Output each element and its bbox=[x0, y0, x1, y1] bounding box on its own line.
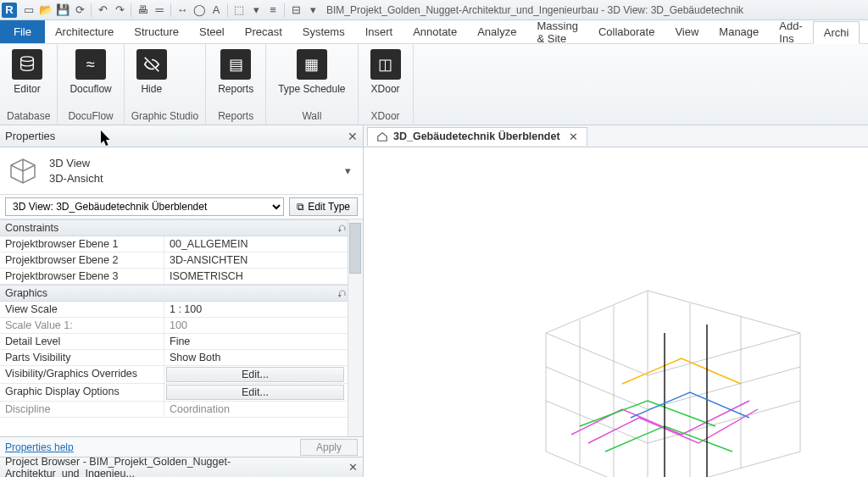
view-tabs: 3D_Gebäudetechnik Überblendet ✕ bbox=[364, 125, 868, 147]
tab-precast[interactable]: Precast bbox=[235, 20, 292, 43]
view-tab-close-icon[interactable]: ✕ bbox=[569, 130, 578, 143]
tab-systems[interactable]: Systems bbox=[292, 20, 355, 43]
property-edit-button[interactable]: Edit... bbox=[166, 385, 344, 400]
tab-view[interactable]: View bbox=[665, 20, 709, 43]
qat-redo-icon[interactable]: ↷ bbox=[111, 2, 128, 19]
project-browser-title: Project Browser - BIM_Projekt_Golden_Nug… bbox=[5, 456, 348, 478]
main-area: Properties ✕ 3D View 3D-Ansicht ▾ 3D Vie… bbox=[0, 125, 868, 477]
property-row: View Scale1 : 100 bbox=[0, 302, 363, 318]
tab-annotate[interactable]: Annotate bbox=[403, 20, 467, 43]
qat-thin-icon[interactable]: ≡ bbox=[264, 2, 281, 19]
property-name: Projektbrowser Ebene 1 bbox=[0, 236, 164, 252]
docuflow-label: Docuflow bbox=[70, 83, 111, 95]
properties-help-link[interactable]: Properties help bbox=[5, 441, 74, 453]
property-edit-button[interactable]: Edit... bbox=[166, 367, 344, 382]
ribbon-tabs: File Architecture Structure Steel Precas… bbox=[0, 20, 868, 44]
qat-sync-icon[interactable]: ⟳ bbox=[71, 2, 88, 19]
property-value[interactable]: Fine bbox=[164, 334, 363, 349]
properties-scrollbar[interactable] bbox=[348, 219, 363, 436]
tab-collaborate[interactable]: Collaborate bbox=[588, 20, 665, 43]
xdoor-button[interactable]: ◫ XDoor bbox=[365, 47, 406, 97]
qat-save-icon[interactable]: 💾 bbox=[54, 2, 71, 19]
qat-switch-icon[interactable]: ▾ bbox=[304, 2, 321, 19]
property-row: Projektbrowser Ebene 23D-ANSICHTEN bbox=[0, 252, 363, 269]
property-row: Parts VisibilityShow Both bbox=[0, 350, 363, 366]
editor-button[interactable]: Editor bbox=[7, 47, 47, 97]
instance-row: 3D View: 3D_Gebäudetechnik Überblendet ⧉… bbox=[0, 195, 363, 219]
tab-insert[interactable]: Insert bbox=[355, 20, 403, 43]
property-name: Projektbrowser Ebene 2 bbox=[0, 252, 164, 268]
type-selector[interactable]: 3D View 3D-Ansicht ▾ bbox=[0, 147, 363, 195]
properties-grid: Constraints⮏ ✕Projektbrowser Ebene 100_A… bbox=[0, 219, 363, 436]
property-name: Scale Value 1: bbox=[0, 318, 164, 333]
property-row: Visibility/Graphics OverridesEdit... bbox=[0, 366, 363, 384]
docuflow-icon: ≈ bbox=[75, 49, 106, 80]
reports-button[interactable]: ▤ Reports bbox=[213, 47, 259, 97]
property-name: Parts Visibility bbox=[0, 350, 164, 365]
qat-text-icon[interactable]: A bbox=[208, 2, 225, 19]
property-value[interactable]: Show Both bbox=[164, 350, 363, 365]
property-category[interactable]: Graphics⮏ ✕ bbox=[0, 285, 363, 302]
qat-print-icon[interactable]: 🖶 bbox=[134, 2, 151, 19]
property-value[interactable]: 00_ALLGEMEIN bbox=[164, 236, 363, 252]
type-schedule-label: Type Schedule bbox=[278, 83, 345, 95]
tab-massing[interactable]: Massing & Site bbox=[526, 20, 587, 43]
view-tab[interactable]: 3D_Gebäudetechnik Überblendet ✕ bbox=[367, 127, 587, 146]
ribbon-panel: Editor Database ≈ Docuflow DocuFlow Hide… bbox=[0, 44, 868, 125]
tab-analyze[interactable]: Analyze bbox=[467, 20, 526, 43]
property-row: Projektbrowser Ebene 3ISOMETRISCH bbox=[0, 269, 363, 285]
tab-steel[interactable]: Steel bbox=[189, 20, 235, 43]
property-category[interactable]: Constraints⮏ ✕ bbox=[0, 219, 363, 236]
view-tab-label: 3D_Gebäudetechnik Überblendet bbox=[393, 130, 560, 142]
tab-file[interactable]: File bbox=[0, 20, 45, 43]
ribbon-group-xdoor: ◫ XDoor XDoor bbox=[359, 44, 414, 125]
ribbon-group-graphic-studio: Hide Graphic Studio bbox=[125, 44, 206, 125]
properties-footer: Properties help Apply bbox=[0, 436, 363, 457]
property-value[interactable]: ISOMETRISCH bbox=[164, 269, 363, 284]
property-value[interactable]: 1 : 100 bbox=[164, 302, 363, 317]
properties-title: Properties bbox=[5, 130, 55, 142]
docuflow-button[interactable]: ≈ Docuflow bbox=[64, 47, 116, 97]
qat-open-icon[interactable]: ▭ bbox=[20, 2, 37, 19]
qat-folder-icon[interactable]: 📂 bbox=[37, 2, 54, 19]
qat-dim-icon[interactable]: ↔ bbox=[174, 2, 191, 19]
property-row: Detail LevelFine bbox=[0, 334, 363, 350]
type-dropdown-icon[interactable]: ▾ bbox=[340, 164, 356, 177]
properties-close-icon[interactable]: ✕ bbox=[348, 130, 358, 143]
door-icon: ◫ bbox=[370, 49, 401, 80]
group-label-graphic-studio: Graphic Studio bbox=[125, 108, 205, 125]
project-browser-close-icon[interactable]: ✕ bbox=[348, 461, 358, 474]
property-value[interactable]: 100 bbox=[164, 318, 363, 333]
qat-undo-icon[interactable]: ↶ bbox=[94, 2, 111, 19]
edit-type-button[interactable]: ⧉ Edit Type bbox=[289, 197, 358, 216]
qat-section-icon[interactable]: ▾ bbox=[248, 2, 264, 19]
tab-addins[interactable]: Add-Ins bbox=[769, 20, 812, 43]
type-icon bbox=[7, 157, 39, 186]
qat-3d-icon[interactable]: ⬚ bbox=[231, 2, 248, 19]
qat-close-icon[interactable]: ⊟ bbox=[287, 2, 304, 19]
view-canvas[interactable] bbox=[364, 147, 868, 477]
app-logo[interactable]: R bbox=[2, 3, 17, 18]
type-schedule-button[interactable]: ▦ Type Schedule bbox=[273, 47, 350, 97]
property-row: Scale Value 1:100 bbox=[0, 318, 363, 334]
property-value[interactable]: 3D-ANSICHTEN bbox=[164, 252, 363, 268]
reports-label: Reports bbox=[218, 83, 253, 95]
instance-selector[interactable]: 3D View: 3D_Gebäudetechnik Überblendet bbox=[5, 197, 284, 216]
editor-label: Editor bbox=[14, 83, 40, 95]
edit-type-label: Edit Type bbox=[308, 201, 350, 213]
hide-button[interactable]: Hide bbox=[131, 47, 172, 97]
tab-prixt[interactable]: PrIxT bbox=[860, 20, 868, 43]
property-name: Discipline bbox=[0, 402, 164, 417]
property-name: Projektbrowser Ebene 3 bbox=[0, 269, 164, 284]
tab-archi[interactable]: Archi bbox=[813, 21, 860, 44]
qat-measure-icon[interactable]: ═ bbox=[151, 2, 168, 19]
tab-structure[interactable]: Structure bbox=[124, 20, 189, 43]
home-icon bbox=[376, 130, 388, 142]
qat-tag-icon[interactable]: ◯ bbox=[191, 2, 208, 19]
tab-architecture[interactable]: Architecture bbox=[45, 20, 124, 43]
property-row: DisciplineCoordination bbox=[0, 402, 363, 418]
tab-manage[interactable]: Manage bbox=[709, 20, 769, 43]
edit-type-icon: ⧉ bbox=[297, 201, 304, 213]
property-value[interactable]: Coordination bbox=[164, 402, 363, 417]
apply-button[interactable]: Apply bbox=[300, 439, 358, 456]
